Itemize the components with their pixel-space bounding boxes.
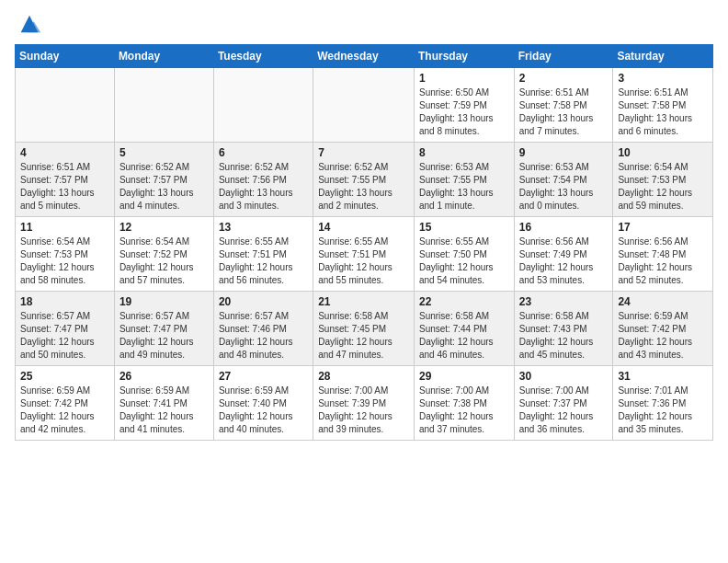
day-info: Sunrise: 6:54 AM Sunset: 7:53 PM Dayligh…: [618, 161, 708, 213]
day-info: Sunrise: 6:56 AM Sunset: 7:49 PM Dayligh…: [519, 236, 609, 287]
calendar-cell: 31Sunrise: 7:01 AM Sunset: 7:36 PM Dayli…: [613, 366, 713, 441]
day-info: Sunrise: 6:58 AM Sunset: 7:43 PM Dayligh…: [519, 310, 609, 362]
calendar-cell: 18Sunrise: 6:57 AM Sunset: 7:47 PM Dayli…: [16, 292, 115, 366]
day-header-sunday: Sunday: [16, 45, 115, 68]
day-info: Sunrise: 6:51 AM Sunset: 7:58 PM Dayligh…: [618, 86, 708, 138]
logo: [15, 15, 42, 37]
day-number: 21: [318, 295, 409, 308]
day-info: Sunrise: 6:59 AM Sunset: 7:42 PM Dayligh…: [618, 310, 708, 362]
day-info: Sunrise: 6:59 AM Sunset: 7:42 PM Dayligh…: [20, 385, 109, 436]
day-number: 23: [519, 295, 609, 308]
page-header: [15, 15, 713, 37]
calendar-cell: 14Sunrise: 6:55 AM Sunset: 7:51 PM Dayli…: [313, 217, 415, 292]
day-number: 9: [519, 146, 609, 159]
calendar-cell: [16, 68, 115, 143]
day-number: 24: [618, 295, 708, 308]
day-number: 22: [419, 295, 509, 308]
calendar-cell: 22Sunrise: 6:58 AM Sunset: 7:44 PM Dayli…: [414, 292, 514, 366]
calendar-cell: 1Sunrise: 6:50 AM Sunset: 7:59 PM Daylig…: [414, 68, 514, 143]
day-header-saturday: Saturday: [613, 45, 713, 68]
day-number: 26: [119, 370, 209, 383]
calendar-cell: 3Sunrise: 6:51 AM Sunset: 7:58 PM Daylig…: [613, 68, 713, 143]
day-info: Sunrise: 6:51 AM Sunset: 7:58 PM Dayligh…: [519, 86, 609, 138]
day-info: Sunrise: 6:53 AM Sunset: 7:55 PM Dayligh…: [419, 161, 509, 213]
calendar-cell: 7Sunrise: 6:52 AM Sunset: 7:55 PM Daylig…: [313, 143, 415, 217]
day-number: 16: [519, 221, 609, 234]
day-number: 28: [318, 370, 409, 383]
day-header-monday: Monday: [114, 45, 213, 68]
day-number: 12: [119, 221, 209, 234]
calendar-cell: 11Sunrise: 6:54 AM Sunset: 7:53 PM Dayli…: [16, 217, 115, 292]
calendar-cell: 16Sunrise: 6:56 AM Sunset: 7:49 PM Dayli…: [514, 217, 613, 292]
day-number: 1: [419, 72, 509, 85]
calendar-cell: 23Sunrise: 6:58 AM Sunset: 7:43 PM Dayli…: [514, 292, 613, 366]
day-info: Sunrise: 6:57 AM Sunset: 7:46 PM Dayligh…: [219, 310, 308, 362]
calendar-cell: 17Sunrise: 6:56 AM Sunset: 7:48 PM Dayli…: [613, 217, 713, 292]
week-row-4: 18Sunrise: 6:57 AM Sunset: 7:47 PM Dayli…: [16, 292, 713, 366]
calendar-cell: 21Sunrise: 6:58 AM Sunset: 7:45 PM Dayli…: [313, 292, 415, 366]
day-info: Sunrise: 6:52 AM Sunset: 7:55 PM Dayligh…: [318, 161, 409, 213]
calendar-cell: 28Sunrise: 7:00 AM Sunset: 7:39 PM Dayli…: [313, 366, 415, 441]
calendar-cell: 2Sunrise: 6:51 AM Sunset: 7:58 PM Daylig…: [514, 68, 613, 143]
day-info: Sunrise: 6:55 AM Sunset: 7:50 PM Dayligh…: [419, 236, 509, 287]
day-number: 2: [519, 72, 609, 85]
calendar-cell: 6Sunrise: 6:52 AM Sunset: 7:56 PM Daylig…: [213, 143, 313, 217]
day-number: 5: [119, 146, 209, 159]
calendar-cell: 13Sunrise: 6:55 AM Sunset: 7:51 PM Dayli…: [213, 217, 313, 292]
day-number: 13: [219, 221, 308, 234]
calendar-cell: 9Sunrise: 6:53 AM Sunset: 7:54 PM Daylig…: [514, 143, 613, 217]
day-info: Sunrise: 6:55 AM Sunset: 7:51 PM Dayligh…: [318, 236, 409, 287]
week-row-3: 11Sunrise: 6:54 AM Sunset: 7:53 PM Dayli…: [16, 217, 713, 292]
day-info: Sunrise: 6:53 AM Sunset: 7:54 PM Dayligh…: [519, 161, 609, 213]
calendar-cell: [114, 68, 213, 143]
calendar-cell: 5Sunrise: 6:52 AM Sunset: 7:57 PM Daylig…: [114, 143, 213, 217]
day-info: Sunrise: 6:56 AM Sunset: 7:48 PM Dayligh…: [618, 236, 708, 287]
day-header-thursday: Thursday: [414, 45, 514, 68]
week-row-2: 4Sunrise: 6:51 AM Sunset: 7:57 PM Daylig…: [16, 143, 713, 217]
day-info: Sunrise: 7:01 AM Sunset: 7:36 PM Dayligh…: [618, 385, 708, 436]
day-number: 10: [618, 146, 708, 159]
day-number: 18: [20, 295, 109, 308]
calendar-cell: 29Sunrise: 7:00 AM Sunset: 7:38 PM Dayli…: [414, 366, 514, 441]
calendar-cell: 25Sunrise: 6:59 AM Sunset: 7:42 PM Dayli…: [16, 366, 115, 441]
day-info: Sunrise: 7:00 AM Sunset: 7:39 PM Dayligh…: [318, 385, 409, 436]
day-info: Sunrise: 6:54 AM Sunset: 7:52 PM Dayligh…: [119, 236, 209, 287]
calendar-cell: 10Sunrise: 6:54 AM Sunset: 7:53 PM Dayli…: [613, 143, 713, 217]
day-number: 14: [318, 221, 409, 234]
day-number: 31: [618, 370, 708, 383]
calendar-cell: 24Sunrise: 6:59 AM Sunset: 7:42 PM Dayli…: [613, 292, 713, 366]
week-row-5: 25Sunrise: 6:59 AM Sunset: 7:42 PM Dayli…: [16, 366, 713, 441]
day-header-wednesday: Wednesday: [313, 45, 415, 68]
day-info: Sunrise: 6:52 AM Sunset: 7:57 PM Dayligh…: [119, 161, 209, 213]
day-number: 29: [419, 370, 509, 383]
day-number: 8: [419, 146, 509, 159]
day-info: Sunrise: 6:55 AM Sunset: 7:51 PM Dayligh…: [219, 236, 308, 287]
day-number: 19: [119, 295, 209, 308]
day-number: 17: [618, 221, 708, 234]
day-info: Sunrise: 7:00 AM Sunset: 7:37 PM Dayligh…: [519, 385, 609, 436]
calendar-cell: 12Sunrise: 6:54 AM Sunset: 7:52 PM Dayli…: [114, 217, 213, 292]
calendar-cell: [313, 68, 415, 143]
day-info: Sunrise: 6:58 AM Sunset: 7:45 PM Dayligh…: [318, 310, 409, 362]
day-number: 6: [219, 146, 308, 159]
day-number: 30: [519, 370, 609, 383]
day-info: Sunrise: 6:52 AM Sunset: 7:56 PM Dayligh…: [219, 161, 308, 213]
day-info: Sunrise: 6:57 AM Sunset: 7:47 PM Dayligh…: [119, 310, 209, 362]
day-number: 20: [219, 295, 308, 308]
day-number: 3: [618, 72, 708, 85]
day-info: Sunrise: 6:50 AM Sunset: 7:59 PM Dayligh…: [419, 86, 509, 138]
day-number: 25: [20, 370, 109, 383]
day-number: 7: [318, 146, 409, 159]
day-info: Sunrise: 6:57 AM Sunset: 7:47 PM Dayligh…: [20, 310, 109, 362]
calendar-cell: 4Sunrise: 6:51 AM Sunset: 7:57 PM Daylig…: [16, 143, 115, 217]
day-number: 27: [219, 370, 308, 383]
calendar-cell: 27Sunrise: 6:59 AM Sunset: 7:40 PM Dayli…: [213, 366, 313, 441]
calendar-table: SundayMondayTuesdayWednesdayThursdayFrid…: [15, 44, 713, 441]
day-header-friday: Friday: [514, 45, 613, 68]
day-info: Sunrise: 6:54 AM Sunset: 7:53 PM Dayligh…: [20, 236, 109, 287]
calendar-cell: 19Sunrise: 6:57 AM Sunset: 7:47 PM Dayli…: [114, 292, 213, 366]
calendar-cell: 26Sunrise: 6:59 AM Sunset: 7:41 PM Dayli…: [114, 366, 213, 441]
calendar-cell: [213, 68, 313, 143]
day-header-tuesday: Tuesday: [213, 45, 313, 68]
calendar-cell: 15Sunrise: 6:55 AM Sunset: 7:50 PM Dayli…: [414, 217, 514, 292]
